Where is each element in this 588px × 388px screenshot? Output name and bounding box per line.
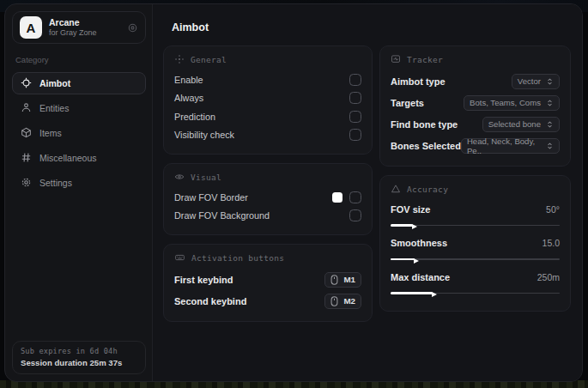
sidebar-item-label: Entities xyxy=(39,103,69,113)
setting-row-prediction: Prediction xyxy=(174,107,361,126)
setting-row-second-keybind: Second keybind M2 xyxy=(174,290,361,312)
crosshair-icon xyxy=(21,77,32,88)
accuracy-card: Accuracy FOV size 50° xyxy=(379,175,571,312)
fov-size-slider[interactable] xyxy=(391,222,560,228)
setting-row-first-keybind: First keybind M1 xyxy=(174,269,361,290)
select-value: Selected bone xyxy=(488,119,541,129)
sidebar-item-aimbot[interactable]: Aimbot xyxy=(12,72,146,94)
visibility-check-checkbox[interactable] xyxy=(349,129,361,141)
slider-label: Smoothness xyxy=(391,238,447,248)
sub-expiry-text: Sub expires in 6d 04h xyxy=(21,347,137,355)
aimbot-type-select[interactable]: Vector xyxy=(512,74,560,89)
second-keybind-button[interactable]: M2 xyxy=(324,294,361,309)
monitor-pulse-icon xyxy=(391,54,401,64)
setting-label: Bones Selected xyxy=(391,141,461,151)
slider-value: 250m xyxy=(537,272,560,282)
bones-selected-select[interactable]: Head, Neck, Body, Pe.. xyxy=(461,138,560,154)
sidebar-item-miscellaneous[interactable]: Miscellaneous xyxy=(12,147,146,169)
section-title: Activation buttons xyxy=(191,253,284,263)
slider-value: 50° xyxy=(546,204,560,215)
subscription-card: Sub expires in 6d 04h Session duration 2… xyxy=(12,341,146,374)
enable-checkbox[interactable] xyxy=(349,74,361,86)
brand-card: A Arcane for Gray Zone xyxy=(12,11,146,44)
fov-border-color-swatch[interactable] xyxy=(332,192,342,203)
slider-thumb[interactable] xyxy=(414,258,419,264)
setting-label: Prediction xyxy=(174,112,215,122)
sidebar-item-label: Miscellaneous xyxy=(39,153,97,163)
sidebar-item-settings[interactable]: Settings xyxy=(12,172,146,194)
sidebar: A Arcane for Gray Zone Category Aimbot xyxy=(5,4,153,381)
select-value: Bots, Teams, Coms xyxy=(470,98,541,107)
setting-label: Draw FOV Background xyxy=(174,210,270,221)
setting-row-draw-fov-border: Draw FOV Border xyxy=(174,188,361,207)
max-distance-slider-group: Max distance 250m xyxy=(391,268,560,296)
mouse-icon xyxy=(330,296,338,306)
gear-icon xyxy=(21,177,32,188)
chevron-up-down-icon xyxy=(546,120,554,129)
slider-value: 15.0 xyxy=(543,238,560,248)
visual-card: Visual Draw FOV Border Draw FOV Backgrou… xyxy=(163,163,373,235)
brand-logo: A xyxy=(20,16,42,39)
chevron-up-down-icon xyxy=(546,77,554,86)
select-value: Vector xyxy=(518,76,541,86)
brand-subtitle: for Gray Zone xyxy=(49,28,120,38)
eye-icon xyxy=(174,172,185,182)
triangle-icon xyxy=(391,184,401,194)
setting-label: Find bone type xyxy=(391,119,458,130)
tracker-card: Tracker Aimbot type Vector xyxy=(379,45,571,167)
sidebar-item-items[interactable]: Items xyxy=(12,122,146,144)
setting-label: Aimbot type xyxy=(391,76,446,87)
select-value: Head, Neck, Body, Pe.. xyxy=(467,136,541,155)
hash-icon xyxy=(21,152,32,163)
setting-label: First keybind xyxy=(174,275,233,285)
brand-name: Arcane xyxy=(49,17,120,28)
find-bone-type-select[interactable]: Selected bone xyxy=(482,117,560,132)
section-title: Tracker xyxy=(407,55,443,64)
setting-row-bones-selected: Bones Selected Head, Neck, Body, Pe.. xyxy=(391,135,560,156)
chevron-up-down-icon xyxy=(546,99,554,107)
category-label: Category xyxy=(15,55,142,64)
chevron-up-down-icon xyxy=(546,142,554,150)
keyboard-icon xyxy=(174,252,185,263)
sidebar-item-label: Items xyxy=(39,128,62,138)
setting-row-find-bone-type: Find bone type Selected bone xyxy=(391,113,560,135)
person-icon xyxy=(21,102,32,113)
slider-thumb[interactable] xyxy=(432,292,437,297)
draw-fov-background-checkbox[interactable] xyxy=(349,209,361,221)
target-circle-icon[interactable] xyxy=(127,22,138,33)
targets-select[interactable]: Bots, Teams, Coms xyxy=(464,95,560,111)
setting-label: Always xyxy=(174,93,203,103)
setting-row-targets: Targets Bots, Teams, Coms xyxy=(391,92,560,113)
session-duration-text: Session duration 25m 37s xyxy=(21,358,137,367)
setting-label: Visibility check xyxy=(174,130,234,140)
main-content: Aimbot General Enable xyxy=(153,4,582,381)
max-distance-slider[interactable] xyxy=(391,290,560,296)
section-title: Visual xyxy=(191,173,221,182)
sidebar-item-label: Aimbot xyxy=(39,78,70,88)
section-title: General xyxy=(191,55,227,64)
prediction-checkbox[interactable] xyxy=(349,111,361,123)
setting-label: Draw FOV Border xyxy=(174,192,248,203)
setting-row-draw-fov-background: Draw FOV Background xyxy=(174,207,361,226)
app-window: A Arcane for Gray Zone Category Aimbot xyxy=(4,3,583,382)
always-checkbox[interactable] xyxy=(349,92,361,104)
activation-card: Activation buttons First keybind M1 xyxy=(163,244,373,322)
setting-row-enable: Enable xyxy=(174,70,361,89)
smoothness-slider-group: Smoothness 15.0 xyxy=(391,234,560,263)
first-keybind-button[interactable]: M1 xyxy=(324,272,361,288)
page-title: Aimbot xyxy=(172,21,571,33)
sidebar-item-entities[interactable]: Entities xyxy=(12,97,146,119)
crosshair-dotted-icon xyxy=(174,54,185,64)
setting-row-aimbot-type: Aimbot type Vector xyxy=(391,70,560,92)
slider-label: FOV size xyxy=(391,204,430,215)
general-card: General Enable Always Prediction xyxy=(163,45,373,155)
sidebar-item-label: Settings xyxy=(39,178,72,188)
fov-size-slider-group: FOV size 50° xyxy=(391,200,560,228)
smoothness-slider[interactable] xyxy=(391,256,560,262)
setting-label: Second keybind xyxy=(174,296,246,306)
setting-label: Targets xyxy=(391,98,424,108)
mouse-icon xyxy=(330,275,338,285)
setting-row-always: Always xyxy=(174,89,361,108)
slider-thumb[interactable] xyxy=(412,224,417,229)
draw-fov-border-checkbox[interactable] xyxy=(349,191,361,203)
